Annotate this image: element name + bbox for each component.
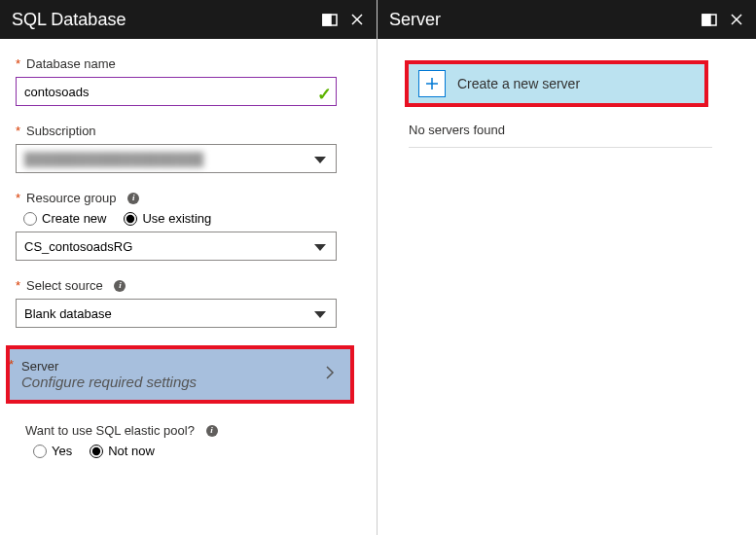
blade-header: Server bbox=[378, 0, 756, 39]
blade-body: *Database name ✓ *Subscription █████████… bbox=[0, 39, 377, 535]
svg-rect-1 bbox=[323, 15, 331, 25]
resource-group-field: *Resource group i Create new Use existin… bbox=[16, 191, 361, 261]
info-icon[interactable]: i bbox=[127, 193, 139, 204]
maximize-icon[interactable] bbox=[702, 12, 717, 27]
select-source-field: *Select source i Blank database bbox=[16, 278, 361, 328]
select-source-dropdown[interactable]: Blank database bbox=[16, 299, 337, 328]
info-icon[interactable]: i bbox=[114, 280, 126, 292]
database-name-field: *Database name ✓ bbox=[16, 56, 361, 106]
no-servers-text: No servers found bbox=[409, 123, 712, 148]
header-actions bbox=[322, 12, 365, 27]
field-label: *Subscription bbox=[16, 124, 361, 138]
blade-title: Server bbox=[389, 10, 702, 30]
subscription-field: *Subscription ████████████████████ bbox=[16, 124, 361, 173]
plus-icon bbox=[418, 70, 446, 97]
server-tile-label: Server bbox=[21, 359, 339, 374]
elastic-yes-radio[interactable]: Yes bbox=[33, 444, 72, 458]
blade-body: Create a new server No servers found bbox=[378, 39, 756, 535]
server-configure-tile[interactable]: * Server Configure required settings bbox=[6, 345, 354, 404]
elastic-pool-field: Want to use SQL elastic pool? i Yes Not … bbox=[25, 423, 361, 458]
database-name-input[interactable] bbox=[16, 77, 337, 106]
close-icon[interactable] bbox=[349, 12, 365, 27]
valid-check-icon: ✓ bbox=[317, 84, 332, 105]
close-icon[interactable] bbox=[729, 12, 744, 27]
field-label: *Resource group i bbox=[16, 191, 361, 205]
rg-use-existing-radio[interactable]: Use existing bbox=[124, 211, 211, 226]
elastic-pool-radio-row: Yes Not now bbox=[25, 444, 361, 458]
sql-database-blade: SQL Database *Database name ✓ *Subscript… bbox=[0, 0, 378, 535]
info-icon[interactable]: i bbox=[206, 425, 218, 437]
header-actions bbox=[702, 12, 744, 27]
rg-create-new-radio[interactable]: Create new bbox=[23, 211, 106, 226]
elastic-notnow-radio[interactable]: Not now bbox=[90, 444, 155, 458]
server-tile-subtext: Configure required settings bbox=[21, 374, 339, 390]
resource-group-radio-row: Create new Use existing bbox=[16, 211, 361, 226]
blade-header: SQL Database bbox=[0, 0, 377, 39]
blade-title: SQL Database bbox=[12, 10, 322, 30]
server-blade: Server Create a new server No servers fo… bbox=[378, 0, 756, 535]
subscription-dropdown[interactable]: ████████████████████ bbox=[16, 144, 337, 173]
create-server-label: Create a new server bbox=[457, 76, 580, 91]
required-indicator: * bbox=[9, 357, 14, 372]
resource-group-dropdown[interactable]: CS_contosoadsRG bbox=[16, 232, 337, 261]
chevron-right-icon bbox=[325, 365, 335, 384]
svg-rect-5 bbox=[702, 15, 710, 25]
field-label: *Database name bbox=[16, 56, 361, 71]
create-new-server-tile[interactable]: Create a new server bbox=[405, 60, 708, 107]
maximize-icon[interactable] bbox=[322, 12, 338, 27]
field-label: *Select source i bbox=[16, 278, 361, 293]
elastic-pool-question: Want to use SQL elastic pool? i bbox=[25, 423, 361, 438]
